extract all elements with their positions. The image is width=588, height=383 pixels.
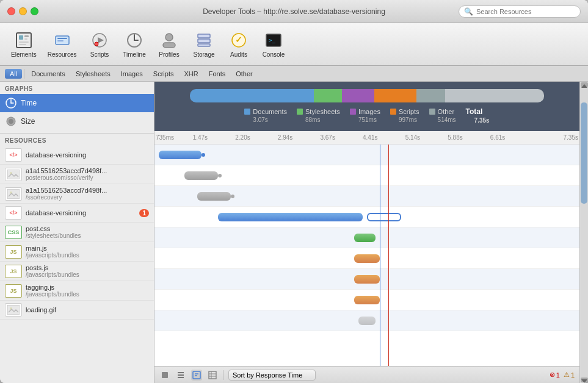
scrollbar-track[interactable] [579,82,588,383]
elements-label: Elements [11,51,37,58]
toolbar: Elements Resources Scripts [0,23,588,66]
console-label: Console [263,51,285,58]
filter-scripts[interactable]: Scripts [148,69,179,79]
list-item[interactable]: CSS post.css /stylesheets/bundles [0,223,154,242]
filter-fonts[interactable]: Fonts [204,69,231,79]
list-item[interactable]: </> database-versioning [0,146,154,165]
resource-name: post.css [26,225,149,232]
toolbar-storage[interactable]: Storage [187,28,221,60]
svg-point-28 [9,119,13,124]
bar-documents [190,89,314,102]
table-row[interactable] [154,145,579,165]
main-area: GRAPHS Time [0,82,588,383]
legend-dot-images [350,109,356,115]
toolbar-elements[interactable]: Elements [6,28,42,60]
sidebar-item-time[interactable]: Time [0,94,154,112]
toolbar-profiles[interactable]: Profiles [153,28,186,60]
table-row[interactable] [154,207,579,227]
ruler-label-2: 2.20s [235,134,250,141]
search-box: 🔍 [459,5,581,18]
close-button[interactable] [7,7,15,15]
sidebar-item-size[interactable]: Size [0,112,154,131]
network-bar [159,151,201,159]
resource-info: post.css /stylesheets/bundles [26,225,149,239]
svg-rect-19 [198,44,210,46]
list-view-button[interactable] [175,370,186,381]
table-row[interactable] [154,269,579,290]
legend-dot-other [429,109,435,115]
toolbar-audits[interactable]: ✓ Audits [222,28,256,60]
filter-documents[interactable]: Documents [26,69,70,79]
sort-wrapper: Sort by Response Time Sort by Start Time… [228,370,316,381]
maximize-button[interactable] [31,7,38,15]
js-icon: JS [5,265,22,278]
storage-label: Storage [193,51,214,58]
legend: Documents 3.07s Stylesheets 88ms [244,107,489,124]
scrollbar-thumb[interactable] [581,102,587,204]
list-item[interactable]: loading.gif [0,301,154,320]
minimize-button[interactable] [19,7,27,15]
ruler-label-4: 3.67s [320,134,335,141]
storage-icon [194,30,214,50]
network-bar [354,296,380,304]
tree-view-button[interactable] [191,370,202,381]
svg-rect-33 [7,305,20,315]
filter-all[interactable]: All [5,69,22,79]
bar-endpoint [201,153,205,157]
filter-images[interactable]: Images [116,69,148,79]
resource-name: database-versioning [26,209,133,217]
resource-info: a1a15516253accd7d498f... posterous.com/s… [26,167,149,181]
list-item[interactable]: </> database-versioning 1 [0,204,154,223]
svg-rect-8 [57,40,64,41]
ruler-label-3: 2.94s [278,134,292,141]
network-bar [354,234,376,242]
table-row[interactable] [154,227,579,248]
resource-name: posts.js [26,264,149,271]
list-item[interactable]: JS posts.js /javascripts/bundles [0,262,154,281]
toolbar-resources[interactable]: Resources [43,28,82,60]
svg-rect-1 [19,35,23,40]
bar-area [154,165,579,186]
scroll-down-arrow[interactable] [581,378,588,382]
bottom-bar: Sort by Response Time Sort by Start Time… [154,366,579,383]
filter-stylesheets[interactable]: Stylesheets [71,69,115,79]
network-list [154,145,579,366]
scrollbar-groove [580,88,588,377]
bar-images [342,89,374,102]
table-row[interactable] [154,186,579,207]
filter-other[interactable]: Other [231,69,258,79]
console-icon: >_ [264,30,283,50]
sort-select[interactable]: Sort by Response Time Sort by Start Time… [228,370,316,381]
table-row[interactable] [154,165,579,186]
toolbar-console[interactable]: >_ Console [257,28,291,60]
size-icon [5,115,17,127]
css-icon: CSS [5,226,22,239]
table-view-button[interactable] [207,370,218,381]
resources-icon [53,30,72,50]
search-input[interactable] [476,8,575,15]
ruler-label-0: 735ms [154,134,174,141]
toolbar-timeline[interactable]: Timeline [118,28,151,60]
toolbar-scripts[interactable]: Scripts [83,28,117,60]
title-bar: Developer Tools – http://re.solve.se/dat… [0,0,588,23]
resource-info: posts.js /javascripts/bundles [26,264,149,278]
list-item[interactable]: JS main.js /javascripts/bundles [0,242,154,262]
table-row[interactable] [154,290,579,310]
svg-rect-35 [162,372,168,378]
window-title: Developer Tools – http://re.solve.se/dat… [203,7,385,16]
network-bar-outline [367,213,401,221]
list-item[interactable]: a1a15516253accd7d498f... /sso/recovery [0,184,154,204]
resource-path: /javascripts/bundles [26,252,149,259]
svg-rect-42 [209,371,216,379]
table-row[interactable] [154,310,579,331]
bar-area [154,186,579,207]
list-item[interactable]: a1a15516253accd7d498f... posterous.com/s… [0,165,154,184]
resource-name: loading.gif [26,306,149,313]
filter-xhr[interactable]: XHR [179,69,203,79]
bar-area [154,269,579,290]
stop-button[interactable] [159,370,170,381]
network-bar [358,317,376,325]
list-item[interactable]: JS tagging.js /javascripts/bundles [0,281,154,301]
table-row[interactable] [154,248,579,269]
scroll-up-arrow[interactable] [581,82,588,87]
